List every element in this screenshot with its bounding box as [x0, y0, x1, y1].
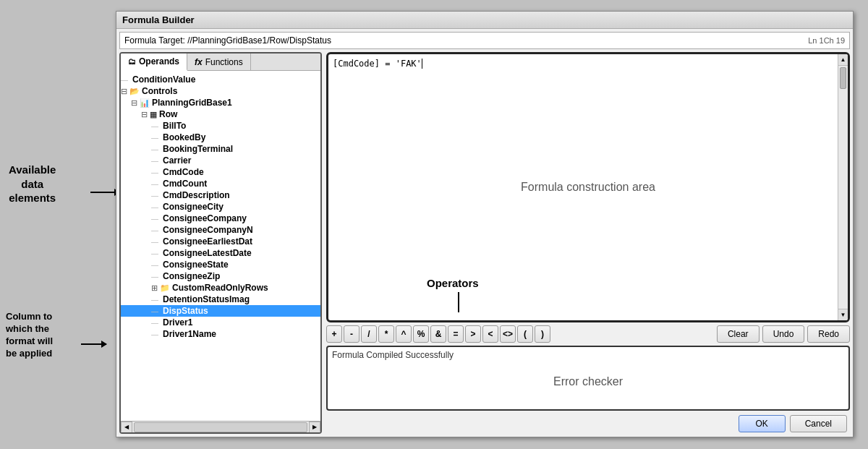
scroll-left-btn[interactable]: ◀ [121, 422, 132, 433]
operator-button-_[interactable]: > [465, 325, 481, 343]
tab-operands-label: Operands [139, 56, 179, 67]
grid-icon: 📊 [140, 98, 150, 108]
tab-functions[interactable]: fx Functions [187, 54, 251, 70]
operator-button-_[interactable]: & [430, 325, 446, 343]
tree-item-label: BookingTerminal [163, 144, 233, 154]
vscroll-down[interactable]: ▼ [838, 309, 848, 320]
tree-item-label: ConsigneeState [163, 260, 229, 270]
tree-item-label: ConsigneeZip [163, 271, 220, 281]
tree-item-carrier[interactable]: —Carrier [121, 155, 320, 166]
folder-icon: 📁 [160, 283, 170, 293]
operator-button-_[interactable]: % [413, 325, 429, 343]
tree-item-driver1name[interactable]: —Driver1Name [121, 328, 320, 340]
tree-item-label: Driver1 [163, 317, 192, 328]
tree-item-label: ConsigneeCompanyN [163, 225, 253, 235]
tree-item-driver1[interactable]: —Driver1 [121, 317, 320, 328]
tree-container[interactable]: —ConditionValue⊟📂Controls⊟📊PlanningGridB… [121, 71, 320, 421]
arrow-available-data [90, 192, 119, 193]
tree-item-label: ConditionValue [132, 74, 195, 85]
horizontal-scrollbar[interactable] [134, 422, 307, 432]
left-panel: 🗂 Operands fx Functions —ConditionValue⊟… [119, 52, 322, 434]
expand-icon: — [151, 134, 158, 142]
operator-button-_[interactable]: ( [517, 325, 533, 343]
tree-item-disp-status[interactable]: —DispStatus [121, 305, 320, 317]
cancel-button[interactable]: Cancel [790, 415, 847, 432]
formula-position-indicator: Ln 1Ch 19 [808, 36, 845, 45]
tree-item-label: CustomReadOnlyRows [172, 283, 268, 293]
row-icon: ▦ [150, 110, 157, 119]
tree-item-bookingterminal[interactable]: —BookingTerminal [121, 143, 320, 155]
expand-icon: — [151, 307, 158, 315]
arrow-column-format [81, 343, 106, 345]
vscroll-thumb[interactable] [840, 67, 846, 89]
expand-icon: — [151, 296, 158, 304]
tree-item-cmdcount[interactable]: —CmdCount [121, 178, 320, 189]
formula-target-bar: Formula Target: //PlanningGridBase1/Row/… [119, 32, 850, 49]
tree-item-label: Controls [142, 86, 177, 96]
tree-item-cmddescription[interactable]: —CmdDescription [121, 189, 320, 201]
operands-icon: 🗂 [128, 57, 136, 66]
tab-operands[interactable]: 🗂 Operands [121, 54, 187, 71]
left-panel-scrollbar: ◀ ▶ [121, 421, 320, 432]
ok-button[interactable]: OK [739, 415, 786, 432]
action-buttons: Clear Undo Redo [717, 325, 850, 343]
formula-content: [CmdCode] = 'FAK' [333, 59, 422, 69]
formula-vscrollbar[interactable]: ▲ ▼ [838, 54, 848, 320]
operator-button-_[interactable]: - [344, 325, 359, 343]
tree-item-label: DetentionStatusImag [163, 294, 250, 304]
operators-buttons: +-/*^%&=><<>() [326, 325, 710, 343]
tree-item-label: CmdDescription [163, 190, 230, 200]
operator-button-__[interactable]: <> [500, 325, 516, 343]
tree-item-consignee-state[interactable]: —ConsigneeState [121, 259, 320, 270]
tree-item-controls[interactable]: ⊟📂Controls [121, 85, 320, 97]
tree-item-consignee-earliest[interactable]: —ConsigneeEarliestDat [121, 236, 320, 247]
expand-icon: — [151, 122, 158, 130]
redo-button[interactable]: Redo [807, 325, 850, 343]
tree-item-condition-value[interactable]: —ConditionValue [121, 74, 320, 85]
tree-item-label: PlanningGridBase1 [152, 98, 232, 108]
formula-construction-area[interactable]: [CmdCode] = 'FAK' Formula construction a… [326, 52, 850, 322]
operator-button-_[interactable]: ^ [396, 325, 412, 343]
tree-item-label: ConsigneeCompany [163, 213, 247, 223]
operator-button-_[interactable]: + [326, 325, 342, 343]
scroll-right-btn[interactable]: ▶ [309, 422, 320, 433]
tree-item-consignee-zip[interactable]: —ConsigneeZip [121, 270, 320, 282]
tree-item-row[interactable]: ⊟▦Row [121, 108, 320, 120]
expand-icon: ⊟ [121, 87, 127, 96]
folder-icon: 📂 [129, 87, 140, 96]
tree-item-detention-status[interactable]: —DetentionStatusImag [121, 294, 320, 305]
clear-button[interactable]: Clear [717, 325, 760, 343]
expand-icon: — [151, 192, 158, 200]
annotation-column-format: Column to which the format will be appli… [6, 311, 82, 360]
undo-button[interactable]: Undo [762, 325, 805, 343]
tree-item-label: ConsigneeEarliestDat [163, 236, 252, 247]
tree-item-label: ConsigneeCity [163, 202, 224, 212]
tree-item-cmdcode[interactable]: —CmdCode [121, 166, 320, 178]
tree-item-consignee-latest[interactable]: —ConsigneeLatestDate [121, 247, 320, 259]
tree-item-consignee-company[interactable]: —ConsigneeCompany [121, 213, 320, 224]
operator-button-_[interactable]: = [448, 325, 464, 343]
arrow-operators [458, 292, 459, 312]
expand-icon: — [151, 238, 158, 246]
expand-icon: ⊟ [131, 98, 137, 108]
operator-button-_[interactable]: < [482, 325, 498, 343]
tree-item-planning-grid[interactable]: ⊟📊PlanningGridBase1 [121, 97, 320, 108]
error-checker-area: Formula Compiled Successfully Error chec… [326, 346, 850, 411]
formula-text[interactable]: [CmdCode] = 'FAK' [333, 59, 843, 69]
error-status-text: Formula Compiled Successfully [332, 350, 844, 360]
tree-item-consignee-companyN[interactable]: —ConsigneeCompanyN [121, 224, 320, 236]
operator-button-_[interactable]: / [361, 325, 377, 343]
operator-button-_[interactable]: ) [535, 325, 550, 343]
tree-item-consignee-city[interactable]: —ConsigneeCity [121, 201, 320, 213]
tabs-bar: 🗂 Operands fx Functions [121, 54, 320, 71]
operator-button-_[interactable]: * [378, 325, 394, 343]
dialog-title: Formula Builder [122, 14, 195, 25]
tree-item-label: Driver1Name [163, 329, 216, 339]
tree-item-bookedby[interactable]: —BookedBy [121, 132, 320, 143]
expand-icon: — [151, 249, 158, 257]
expand-icon: — [121, 76, 128, 84]
tree-item-custom-readonly[interactable]: ⊞📁CustomReadOnlyRows [121, 282, 320, 294]
fx-icon: fx [195, 57, 203, 67]
vscroll-up[interactable]: ▲ [838, 54, 848, 66]
tree-item-billto[interactable]: —BillTo [121, 120, 320, 132]
